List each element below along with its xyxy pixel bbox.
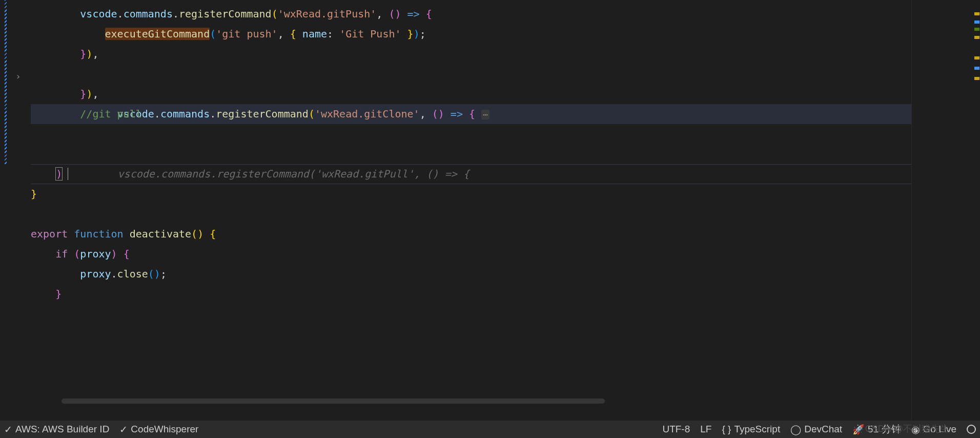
- chat-icon: ◯: [790, 424, 801, 435]
- status-profile[interactable]: [967, 425, 976, 434]
- code-line[interactable]: [31, 204, 911, 224]
- check-icon: ✓: [4, 424, 12, 435]
- code-line[interactable]: export function deactivate() {: [31, 224, 911, 244]
- ruler-warning-mark[interactable]: [974, 56, 979, 59]
- braces-icon: { }: [722, 424, 731, 435]
- status-aws[interactable]: ✓ AWS: AWS Builder ID: [4, 424, 109, 435]
- code-line[interactable]: vscode.commands.registerCommand('wxRead.…: [31, 4, 911, 24]
- ruler-warning-mark[interactable]: [974, 36, 979, 39]
- editor-area: › vscode.commands.registerCommand('wxRea…: [0, 0, 980, 421]
- status-codewhisperer[interactable]: ✓ CodeWhisperer: [119, 424, 198, 435]
- code-line[interactable]: }: [31, 184, 911, 204]
- profile-icon: [967, 425, 976, 434]
- ruler-add-mark[interactable]: [974, 28, 979, 31]
- minimap[interactable]: [911, 0, 973, 421]
- status-devchat[interactable]: ◯ DevChat: [790, 424, 842, 435]
- code-content[interactable]: vscode.commands.registerCommand('wxRead.…: [31, 0, 911, 421]
- code-line-suggestion[interactable]: vscode.commands.registerCommand('wxRead.…: [31, 124, 911, 144]
- code-line[interactable]: executeGitCommand('git push', { name: 'G…: [31, 24, 911, 44]
- check-icon: ✓: [119, 424, 128, 435]
- code-line[interactable]: }: [31, 284, 911, 304]
- change-indicator: [5, 0, 7, 164]
- code-line[interactable]: }),: [31, 44, 911, 64]
- status-time[interactable]: 🚀 51 分钟: [852, 423, 901, 436]
- code-line[interactable]: proxy.close();: [31, 264, 911, 284]
- status-golive[interactable]: ◉ Go Live: [911, 424, 956, 435]
- status-encoding[interactable]: UTF-8: [662, 424, 690, 435]
- ruler-warning-mark[interactable]: [974, 12, 979, 15]
- code-line[interactable]: if (proxy) {: [31, 244, 911, 264]
- fold-ellipsis-icon[interactable]: ⋯: [481, 110, 489, 120]
- broadcast-icon: ◉: [911, 424, 920, 435]
- rocket-icon: 🚀: [852, 424, 865, 435]
- horizontal-scrollbar[interactable]: [62, 399, 605, 404]
- status-eol[interactable]: LF: [700, 424, 711, 435]
- ruler-info-mark[interactable]: [974, 67, 979, 70]
- overview-ruler[interactable]: [973, 0, 980, 421]
- code-line-folded[interactable]: vscode.commands.registerCommand('wxRead.…: [31, 64, 911, 84]
- code-line[interactable]: [31, 144, 911, 164]
- status-language[interactable]: { } TypeScript: [722, 424, 780, 435]
- gutter: ›: [0, 0, 31, 421]
- ruler-warning-mark[interactable]: [974, 77, 979, 80]
- code-line[interactable]: }),: [31, 84, 911, 104]
- fold-chevron-icon[interactable]: ›: [15, 71, 21, 82]
- ruler-info-mark[interactable]: [974, 21, 979, 24]
- status-bar: ✓ AWS: AWS Builder ID ✓ CodeWhisperer UT…: [0, 421, 980, 438]
